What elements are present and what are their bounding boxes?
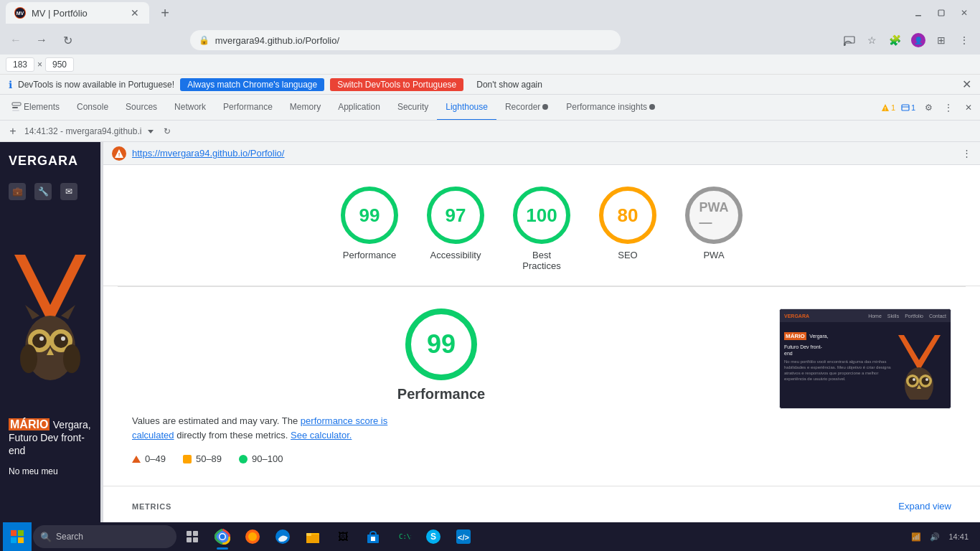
tray-volume[interactable]: 🔊 bbox=[927, 532, 943, 542]
score-pwa[interactable]: PWA— PWA bbox=[685, 187, 743, 271]
tab-sources[interactable]: Sources bbox=[117, 95, 166, 121]
tab-memory[interactable]: Memory bbox=[281, 95, 329, 121]
calculator-link[interactable]: See calculator. bbox=[291, 430, 352, 441]
extensions-button[interactable]: 🧩 bbox=[885, 30, 905, 50]
svg-text:MV: MV bbox=[17, 11, 24, 16]
tab-application[interactable]: Application bbox=[329, 95, 389, 121]
performance-circle: 99 bbox=[341, 187, 398, 244]
mail-icon[interactable]: ✉ bbox=[60, 183, 77, 200]
taskbar-search[interactable]: 🔍 Search bbox=[33, 525, 176, 548]
taskbar-task-view[interactable] bbox=[178, 522, 207, 551]
address-bar: ← → ↻ 🔒 mvergara94.github.io/Porfolio/ ☆… bbox=[0, 26, 980, 55]
sidebar-icon-row: 💼 🔧 ✉ bbox=[0, 180, 100, 212]
score-performance[interactable]: 99 Performance bbox=[341, 187, 398, 271]
tab-console[interactable]: Console bbox=[68, 95, 117, 121]
notification-close-icon[interactable]: ✕ bbox=[962, 77, 971, 91]
svg-point-9 bbox=[542, 104, 548, 110]
expand-view-link[interactable]: Expand view bbox=[898, 501, 951, 512]
taskbar-vscode[interactable]: </> bbox=[449, 522, 478, 551]
profile-button[interactable]: 👤 bbox=[908, 30, 928, 50]
ss-nav-bar: VERGARA Home Skills Portfolio Contact bbox=[780, 309, 951, 322]
tab-close-button[interactable]: ✕ bbox=[129, 7, 141, 19]
start-button[interactable] bbox=[3, 522, 32, 551]
switch-language-button[interactable]: Switch DevTools to Portuguese bbox=[330, 78, 463, 91]
message-badge[interactable]: 1 bbox=[900, 99, 917, 116]
briefcase-icon[interactable]: 💼 bbox=[9, 183, 26, 200]
taskbar-photos[interactable]: 🖼 bbox=[329, 522, 357, 551]
score-best-practices[interactable]: 100 BestPractices bbox=[513, 187, 570, 271]
perf-insights-tab-label: Performance insights bbox=[566, 102, 647, 112]
pass-icon bbox=[239, 455, 248, 463]
window-controls: ✕ bbox=[908, 3, 974, 23]
cast-button[interactable] bbox=[839, 30, 859, 50]
reload-button[interactable]: ↻ bbox=[160, 124, 174, 138]
new-tab-button[interactable]: + bbox=[155, 3, 175, 23]
lighthouse-url-link[interactable]: https://mvergara94.github.io/Porfolio/ bbox=[132, 148, 284, 159]
maximize-button[interactable] bbox=[931, 3, 951, 23]
tab-network[interactable]: Network bbox=[166, 95, 215, 121]
accessibility-value: 97 bbox=[446, 204, 466, 227]
more-options-icon[interactable]: ⋮ bbox=[962, 148, 971, 159]
settings-icon[interactable]: ⚙ bbox=[920, 99, 937, 116]
score-accessibility[interactable]: 97 Accessibility bbox=[427, 187, 484, 271]
photos-icon: 🖼 bbox=[334, 528, 352, 545]
tab-recorder[interactable]: Recorder bbox=[496, 95, 557, 121]
ss-headline: MÁRIO Vergara, bbox=[784, 328, 896, 341]
perf-left-section: 99 Performance Values are estimated and … bbox=[132, 309, 750, 464]
legend-pass: 90–100 bbox=[239, 453, 283, 464]
tab-security[interactable]: Security bbox=[389, 95, 437, 121]
taskbar-file-explorer[interactable] bbox=[298, 522, 327, 551]
active-tab[interactable]: MV MV | Portfólio ✕ bbox=[6, 2, 149, 24]
svg-marker-25 bbox=[25, 305, 39, 319]
tab-elements[interactable]: Elements bbox=[3, 95, 68, 121]
svg-rect-42 bbox=[11, 537, 17, 543]
close-button[interactable]: ✕ bbox=[954, 3, 974, 23]
url-bar[interactable]: 🔒 mvergara94.github.io/Porfolio/ bbox=[190, 30, 621, 50]
ss-nav-home: Home bbox=[868, 314, 882, 319]
taskbar-skype[interactable]: S bbox=[419, 522, 448, 551]
back-button[interactable]: ← bbox=[6, 30, 26, 50]
lock-icon: 🔒 bbox=[199, 35, 209, 45]
lighthouse-tab-label: Lighthouse bbox=[446, 102, 488, 112]
grid-button[interactable]: ⊞ bbox=[931, 30, 951, 50]
tab-perf-insights[interactable]: Performance insights bbox=[557, 95, 664, 121]
needs-improvement-range: 50–89 bbox=[196, 453, 222, 464]
taskbar-store[interactable] bbox=[359, 522, 387, 551]
tab-performance[interactable]: Performance bbox=[215, 95, 281, 121]
tray-network[interactable]: 📶 bbox=[908, 532, 924, 542]
svg-point-35 bbox=[909, 377, 917, 385]
svg-rect-58 bbox=[370, 532, 376, 536]
taskbar-chrome[interactable] bbox=[208, 522, 237, 551]
warning-badge[interactable]: ! 1 bbox=[880, 99, 897, 116]
height-input[interactable]: 950 bbox=[45, 57, 74, 72]
forward-button[interactable]: → bbox=[32, 30, 52, 50]
performance-value: 99 bbox=[359, 204, 380, 227]
close-devtools-icon[interactable]: ✕ bbox=[960, 99, 977, 116]
owl-logo-area bbox=[0, 212, 100, 413]
dismiss-notification-button[interactable]: Don't show again bbox=[469, 78, 550, 91]
refresh-button[interactable]: ↻ bbox=[57, 30, 77, 50]
performance-tab-label: Performance bbox=[223, 102, 273, 112]
taskbar-edge[interactable] bbox=[268, 522, 297, 551]
tab-lighthouse[interactable]: Lighthouse bbox=[437, 95, 496, 121]
terminal-icon: C:\> bbox=[395, 528, 412, 545]
score-seo[interactable]: 80 SEO bbox=[599, 187, 656, 271]
add-button[interactable]: + bbox=[6, 124, 20, 138]
more-button[interactable]: ⋮ bbox=[954, 30, 974, 50]
taskbar-terminal[interactable]: C:\> bbox=[389, 522, 418, 551]
taskbar-firefox[interactable] bbox=[238, 522, 267, 551]
match-language-button[interactable]: Always match Chrome's language bbox=[180, 78, 324, 91]
svg-point-50 bbox=[220, 534, 225, 540]
perf-desc-prefix: Values are estimated and may vary. The bbox=[132, 415, 301, 426]
minimize-button[interactable] bbox=[908, 3, 928, 23]
svg-point-28 bbox=[63, 344, 80, 373]
width-input[interactable]: 183 bbox=[6, 57, 34, 72]
more-tabs-icon[interactable]: ⋮ bbox=[940, 99, 957, 116]
legend-needs-improvement: 50–89 bbox=[183, 453, 222, 464]
star-button[interactable]: ☆ bbox=[862, 30, 882, 50]
svg-rect-43 bbox=[18, 537, 24, 543]
svg-rect-56 bbox=[306, 533, 311, 536]
work-icon[interactable]: 🔧 bbox=[34, 183, 52, 200]
svg-text:!: ! bbox=[885, 105, 886, 110]
memory-tab-label: Memory bbox=[290, 102, 321, 112]
